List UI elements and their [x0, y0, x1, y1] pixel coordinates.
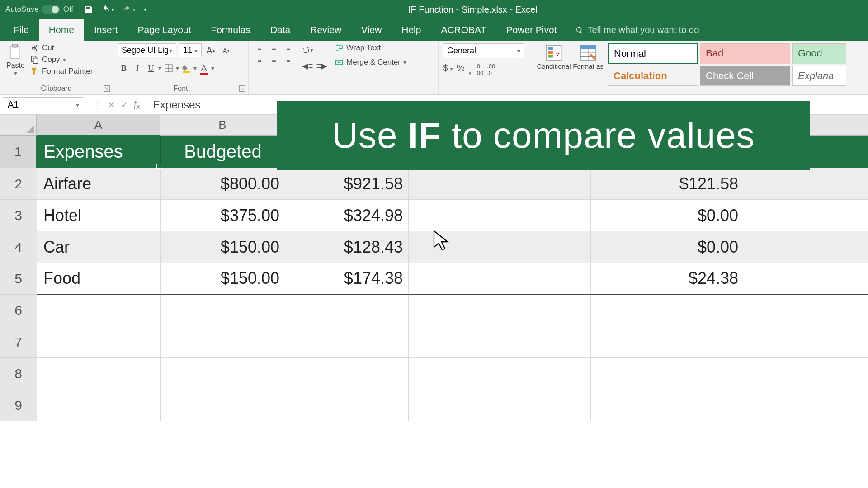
- tab-insert[interactable]: Insert: [84, 19, 128, 41]
- cell-B4[interactable]: $150.00: [161, 231, 285, 263]
- cell-A6[interactable]: [37, 295, 161, 326]
- col-header-B[interactable]: B: [160, 115, 285, 136]
- cell-E7[interactable]: [591, 326, 744, 358]
- tab-home[interactable]: Home: [39, 19, 84, 41]
- cell-A3[interactable]: Hotel: [37, 200, 161, 231]
- cell-F4[interactable]: [744, 231, 868, 263]
- cell-F6[interactable]: [744, 295, 868, 326]
- copy-button[interactable]: Copy ▾: [30, 55, 93, 64]
- align-middle[interactable]: ≡: [268, 43, 280, 53]
- row-header-8[interactable]: 8: [0, 358, 37, 389]
- bold-button[interactable]: B: [118, 62, 130, 75]
- cancel-formula[interactable]: ✕: [108, 99, 115, 110]
- cell-B9[interactable]: [161, 389, 285, 421]
- font-size-select[interactable]: 11▾: [179, 43, 202, 57]
- cell-E4[interactable]: $0.00: [591, 231, 744, 263]
- style-bad[interactable]: Bad: [700, 43, 790, 64]
- fx-button[interactable]: fx: [134, 99, 140, 111]
- align-bottom[interactable]: ≡: [282, 43, 295, 53]
- tell-me-search[interactable]: Tell me what you want to do: [576, 25, 699, 41]
- fill-color-button[interactable]: [180, 62, 193, 75]
- number-format-select[interactable]: General▾: [443, 43, 524, 58]
- cell-A4[interactable]: Car: [37, 231, 161, 263]
- cell-C2[interactable]: $921.58: [285, 168, 409, 200]
- cell-D9[interactable]: [409, 389, 591, 421]
- cell-F3[interactable]: [744, 200, 868, 231]
- tab-data[interactable]: Data: [260, 19, 300, 41]
- increase-font-button[interactable]: A▴: [204, 44, 217, 57]
- row-header-6[interactable]: 6: [0, 295, 37, 326]
- font-color-button[interactable]: A: [198, 62, 210, 75]
- cell-F8[interactable]: [744, 358, 868, 389]
- toggle-switch[interactable]: [42, 5, 61, 14]
- cell-B6[interactable]: [161, 295, 285, 326]
- conditional-formatting-button[interactable]: ≠ Conditional: [538, 43, 570, 70]
- tab-help[interactable]: Help: [392, 19, 431, 41]
- orientation-button[interactable]: ⭯▾: [301, 43, 314, 56]
- undo-button[interactable]: ▾: [101, 5, 114, 14]
- cell-E5[interactable]: $24.38: [591, 263, 744, 295]
- italic-button[interactable]: I: [131, 62, 144, 75]
- row-header-7[interactable]: 7: [0, 326, 37, 358]
- increase-decimal[interactable]: .0.00: [475, 63, 483, 77]
- decrease-decimal[interactable]: .00.0: [487, 63, 495, 77]
- wrap-text-button[interactable]: Wrap Text: [335, 43, 406, 52]
- style-calculation[interactable]: Calculation: [608, 66, 698, 86]
- tab-acrobat[interactable]: ACROBAT: [431, 19, 496, 41]
- cell-C6[interactable]: [285, 295, 409, 326]
- cell-A8[interactable]: [37, 358, 161, 389]
- cell-E8[interactable]: [591, 358, 744, 389]
- format-as-table-button[interactable]: Format as: [572, 43, 604, 70]
- decrease-font-button[interactable]: A▾: [220, 44, 232, 57]
- qat-customize[interactable]: ▾: [144, 6, 146, 13]
- tab-page-layout[interactable]: Page Layout: [127, 19, 201, 41]
- style-check-cell[interactable]: Check Cell: [700, 66, 790, 86]
- currency-button[interactable]: $ ▾: [443, 63, 453, 77]
- increase-indent[interactable]: ≡▶: [316, 60, 328, 72]
- style-good[interactable]: Good: [792, 43, 846, 64]
- align-right[interactable]: ≡: [282, 57, 295, 67]
- cell-C4[interactable]: $128.43: [285, 231, 409, 263]
- cell-C5[interactable]: $174.38: [285, 263, 409, 295]
- cell-B8[interactable]: [161, 358, 285, 389]
- align-left[interactable]: ≡: [253, 57, 266, 67]
- percent-button[interactable]: %: [457, 63, 465, 77]
- tab-formulas[interactable]: Formulas: [201, 19, 260, 41]
- cell-A9[interactable]: [37, 389, 161, 421]
- cell-A5[interactable]: Food: [37, 263, 161, 295]
- cell-C7[interactable]: [285, 326, 409, 358]
- name-box[interactable]: A1▾: [3, 97, 84, 112]
- cell-D5[interactable]: [409, 263, 591, 295]
- font-name-select[interactable]: Segoe UI Lig▾: [118, 43, 176, 57]
- cell-E6[interactable]: [591, 295, 744, 326]
- cell-C8[interactable]: [285, 358, 409, 389]
- align-center[interactable]: ≡: [268, 57, 280, 67]
- cell-A7[interactable]: [37, 326, 161, 358]
- row-header-9[interactable]: 9: [0, 389, 37, 421]
- row-header-5[interactable]: 5: [0, 263, 37, 295]
- cell-B7[interactable]: [161, 326, 285, 358]
- merge-center-button[interactable]: Merge & Center ▾: [335, 58, 406, 67]
- select-all-corner[interactable]: [0, 115, 37, 136]
- clipboard-launcher[interactable]: ⇲: [104, 85, 110, 92]
- cells-area[interactable]: ExpensesBudgetedActualStatusAmount OverA…: [37, 136, 868, 421]
- align-top[interactable]: ≡: [253, 43, 266, 53]
- cell-styles-gallery[interactable]: Normal Bad Good Calculation Check Cell E…: [608, 43, 846, 86]
- cell-F5[interactable]: [744, 263, 868, 295]
- cell-F7[interactable]: [744, 326, 868, 358]
- tab-power-pivot[interactable]: Power Pivot: [496, 19, 566, 41]
- paste-button[interactable]: Paste ▾: [5, 43, 27, 77]
- save-icon[interactable]: [84, 5, 93, 14]
- cell-B5[interactable]: $150.00: [161, 263, 285, 295]
- format-painter-button[interactable]: Format Painter: [30, 67, 93, 76]
- decrease-indent[interactable]: ◀≡: [301, 60, 314, 72]
- cell-A2[interactable]: Airfare: [37, 168, 161, 200]
- cell-C3[interactable]: $324.98: [285, 200, 409, 231]
- row-header-2[interactable]: 2: [0, 168, 37, 200]
- cell-E3[interactable]: $0.00: [591, 200, 744, 231]
- row-header-1[interactable]: 1: [0, 136, 37, 168]
- cell-D6[interactable]: [409, 295, 591, 326]
- tab-file[interactable]: File: [4, 19, 39, 41]
- redo-button[interactable]: ▾: [123, 5, 136, 14]
- cell-F9[interactable]: [744, 389, 868, 421]
